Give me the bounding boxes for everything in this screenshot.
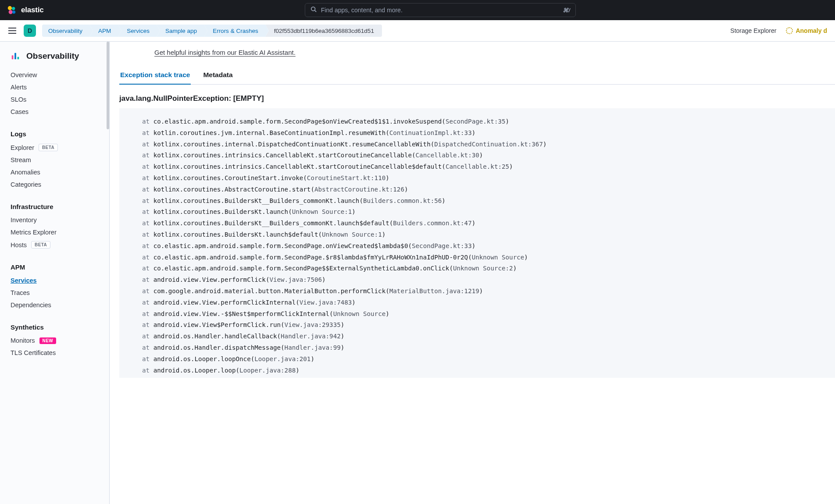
- sidebar-item[interactable]: Services: [0, 274, 107, 287]
- sidebar-group-synthetics: SyntheticsMonitorsNEWTLS Certificates: [0, 319, 107, 367]
- stack-frame: at kotlinx.coroutines.BuildersKt.launch(…: [119, 206, 835, 218]
- sidebar-title: Observability: [26, 51, 79, 61]
- stack-frame: at kotlinx.coroutines.AbstractCoroutine.…: [119, 184, 835, 195]
- sidebar-item-label: Inventory: [11, 217, 37, 224]
- breadcrumb-item[interactable]: Services: [118, 25, 157, 37]
- anomaly-detection-link[interactable]: Anomaly d: [786, 27, 827, 34]
- breadcrumb-item[interactable]: APM: [89, 25, 118, 37]
- stack-frame: at android.view.View.performClickInterna…: [119, 297, 835, 309]
- global-search[interactable]: ⌘/: [305, 3, 576, 17]
- stack-frame: at android.view.View$PerformClick.run(Vi…: [119, 319, 835, 331]
- search-icon: [310, 6, 317, 14]
- main-content: Get helpful insights from our Elastic AI…: [110, 42, 835, 504]
- sidebar-item-label: Cases: [11, 108, 29, 115]
- svg-rect-9: [12, 55, 14, 59]
- sidebar-group-top: OverviewAlertsSLOsCases: [0, 69, 107, 126]
- elastic-logo-icon: [7, 5, 17, 15]
- sidebar-item[interactable]: TLS Certificates: [0, 347, 107, 359]
- stack-frame: at kotlinx.coroutines.CoroutineStart.inv…: [119, 173, 835, 184]
- sidebar-item[interactable]: Metrics Explorer: [0, 226, 107, 238]
- stack-frame: at co.elastic.apm.android.sample.form.Se…: [119, 241, 835, 252]
- breadcrumb-item: f02f553dbf119b6ea36596883cd61d51: [265, 25, 382, 37]
- stack-frame: at kotlin.coroutines.jvm.internal.BaseCo…: [119, 128, 835, 139]
- badge: BETA: [39, 144, 58, 151]
- sidebar-item-label: Traces: [11, 289, 30, 296]
- stack-frame: at kotlinx.coroutines.intrinsics.Cancell…: [119, 150, 835, 161]
- sidebar-item-label: Metrics Explorer: [11, 229, 57, 236]
- stack-frame: at com.google.android.material.button.Ma…: [119, 286, 835, 297]
- sidebar-item-label: Explorer: [11, 144, 34, 151]
- sidebar-group-infra: InfrastructureInventoryMetrics ExplorerH…: [0, 199, 107, 259]
- sidebar-item-label: Dependencies: [11, 302, 51, 309]
- stack-frame: at co.elastic.apm.android.sample.form.Se…: [119, 252, 835, 263]
- sidebar-group-label: Synthetics: [0, 319, 107, 334]
- sidebar-item[interactable]: Cases: [0, 106, 107, 118]
- stack-frame: at android.view.View.-$$Nest$mperformCli…: [119, 309, 835, 320]
- breadcrumbs: ObservabilityAPMServicesSample appErrors…: [42, 25, 726, 37]
- sidebar-item[interactable]: SLOs: [0, 93, 107, 106]
- sidebar-item-label: Monitors: [11, 337, 35, 344]
- svg-rect-11: [18, 57, 19, 60]
- svg-rect-10: [14, 53, 16, 60]
- elastic-logo-text: elastic: [21, 6, 44, 14]
- stack-frame: at co.elastic.apm.android.sample.form.Se…: [119, 263, 835, 274]
- sidebar-item-label: Anomalies: [11, 169, 40, 176]
- sidebar-item[interactable]: MonitorsNEW: [0, 334, 107, 347]
- exception-title: java.lang.NullPointerException: [EMPTY]: [119, 94, 835, 103]
- sidebar-scrollbar[interactable]: [107, 42, 109, 504]
- elastic-logo[interactable]: elastic: [7, 5, 44, 15]
- anomaly-icon: [786, 27, 793, 34]
- svg-point-0: [8, 6, 12, 10]
- observability-icon: [11, 51, 20, 61]
- badge: NEW: [39, 337, 57, 344]
- sidebar-item-label: Stream: [11, 156, 31, 163]
- svg-point-4: [311, 7, 315, 11]
- sidebar-item[interactable]: Stream: [0, 154, 107, 166]
- sidebar-item[interactable]: HostsBETA: [0, 238, 107, 251]
- tabs: Exception stack trace Metadata: [119, 67, 835, 85]
- sidebar-group-label: Logs: [0, 126, 107, 141]
- sidebar-item[interactable]: Dependencies: [0, 299, 107, 311]
- ai-assistant-banner[interactable]: Get helpful insights from our Elastic AI…: [119, 45, 835, 62]
- sidebar-item[interactable]: Inventory: [0, 214, 107, 226]
- sidebar-item[interactable]: Traces: [0, 287, 107, 299]
- breadcrumb-item[interactable]: Observability: [42, 25, 89, 37]
- stack-frame: at co.elastic.apm.android.sample.form.Se…: [119, 116, 835, 128]
- sidebar-group-apm: APMServicesTracesDependencies: [0, 259, 107, 319]
- sidebar-item[interactable]: Anomalies: [0, 166, 107, 178]
- stack-frame: at kotlinx.coroutines.internal.Dispatche…: [119, 139, 835, 150]
- sidebar: Observability OverviewAlertsSLOsCases Lo…: [0, 42, 107, 504]
- sidebar-item-label: Services: [11, 277, 37, 284]
- search-kbd-hint: ⌘/: [563, 7, 570, 14]
- breadcrumb-item[interactable]: Errors & Crashes: [204, 25, 265, 37]
- space-avatar[interactable]: D: [24, 25, 36, 37]
- sidebar-item-label: Categories: [11, 181, 41, 188]
- tab-exception-stack-trace[interactable]: Exception stack trace: [119, 67, 191, 84]
- svg-point-1: [12, 7, 15, 10]
- search-input[interactable]: [321, 7, 558, 14]
- breadcrumb-item[interactable]: Sample app: [157, 25, 204, 37]
- sidebar-item-label: Hosts: [11, 241, 27, 248]
- sidebar-item[interactable]: ExplorerBETA: [0, 141, 107, 154]
- storage-explorer-link[interactable]: Storage Explorer: [730, 27, 776, 34]
- sidebar-item[interactable]: Alerts: [0, 81, 107, 93]
- stack-frame: at android.os.Handler.dispatchMessage(Ha…: [119, 342, 835, 354]
- tab-metadata[interactable]: Metadata: [202, 67, 233, 84]
- top-bar: elastic ⌘/: [0, 0, 835, 20]
- anomaly-label: Anomaly d: [796, 27, 827, 34]
- svg-point-2: [9, 10, 13, 14]
- sidebar-group-label: APM: [0, 259, 107, 274]
- nav-toggle-button[interactable]: [5, 24, 19, 38]
- sidebar-item[interactable]: Categories: [0, 178, 107, 191]
- badge: BETA: [31, 241, 50, 248]
- stack-frame: at android.os.Handler.handleCallback(Han…: [119, 331, 835, 342]
- stack-trace-pane: at co.elastic.apm.android.sample.form.Se…: [119, 108, 835, 378]
- sidebar-item-label: TLS Certificates: [11, 349, 56, 356]
- stack-frame: at kotlinx.coroutines.BuildersKt.launch$…: [119, 229, 835, 241]
- stack-frame: at kotlinx.coroutines.BuildersKt__Builde…: [119, 195, 835, 207]
- sidebar-item-label: SLOs: [11, 96, 26, 103]
- sub-bar: D ObservabilityAPMServicesSample appErro…: [0, 20, 835, 42]
- svg-point-3: [12, 11, 15, 14]
- sidebar-item[interactable]: Overview: [0, 69, 107, 81]
- stack-frame: at android.view.View.performClick(View.j…: [119, 274, 835, 286]
